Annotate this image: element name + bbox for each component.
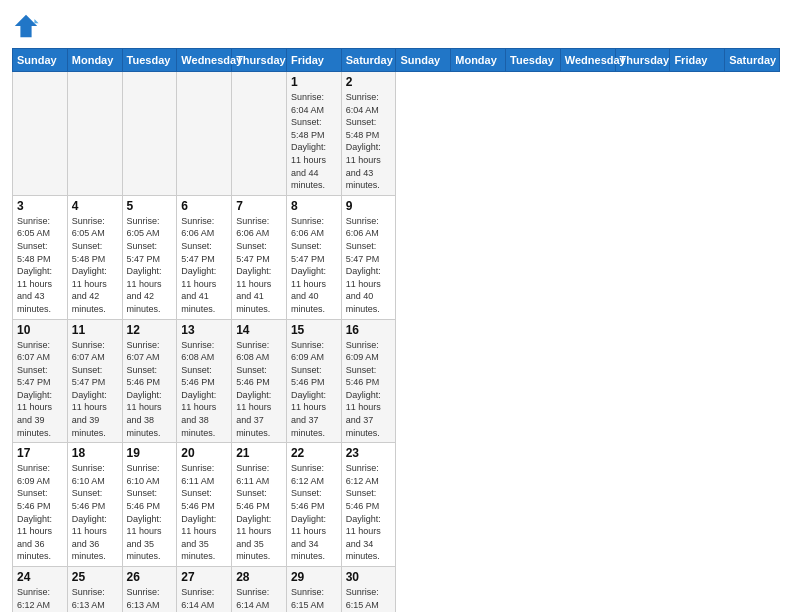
day-info: Sunrise: 6:04 AM Sunset: 5:48 PM Dayligh… xyxy=(291,91,337,192)
day-info: Sunrise: 6:09 AM Sunset: 5:46 PM Dayligh… xyxy=(346,339,392,440)
day-number: 22 xyxy=(291,446,337,460)
calendar-cell xyxy=(13,72,68,196)
day-info: Sunrise: 6:15 AM Sunset: 5:47 PM Dayligh… xyxy=(291,586,337,612)
day-info: Sunrise: 6:12 AM Sunset: 5:46 PM Dayligh… xyxy=(291,462,337,563)
day-info: Sunrise: 6:12 AM Sunset: 5:46 PM Dayligh… xyxy=(17,586,63,612)
calendar-cell: 19Sunrise: 6:10 AM Sunset: 5:46 PM Dayli… xyxy=(122,443,177,567)
day-info: Sunrise: 6:06 AM Sunset: 5:47 PM Dayligh… xyxy=(236,215,282,316)
calendar-cell xyxy=(122,72,177,196)
day-info: Sunrise: 6:05 AM Sunset: 5:47 PM Dayligh… xyxy=(127,215,173,316)
calendar-cell: 6Sunrise: 6:06 AM Sunset: 5:47 PM Daylig… xyxy=(177,195,232,319)
calendar-cell: 13Sunrise: 6:08 AM Sunset: 5:46 PM Dayli… xyxy=(177,319,232,443)
day-header-thursday: Thursday xyxy=(232,49,287,72)
calendar-cell: 29Sunrise: 6:15 AM Sunset: 5:47 PM Dayli… xyxy=(286,567,341,613)
calendar-week-3: 10Sunrise: 6:07 AM Sunset: 5:47 PM Dayli… xyxy=(13,319,780,443)
calendar-cell: 12Sunrise: 6:07 AM Sunset: 5:46 PM Dayli… xyxy=(122,319,177,443)
day-info: Sunrise: 6:09 AM Sunset: 5:46 PM Dayligh… xyxy=(17,462,63,563)
day-number: 30 xyxy=(346,570,392,584)
day-header-wednesday: Wednesday xyxy=(177,49,232,72)
calendar-cell: 25Sunrise: 6:13 AM Sunset: 5:47 PM Dayli… xyxy=(67,567,122,613)
logo xyxy=(12,12,44,40)
day-info: Sunrise: 6:07 AM Sunset: 5:47 PM Dayligh… xyxy=(72,339,118,440)
calendar-cell: 4Sunrise: 6:05 AM Sunset: 5:48 PM Daylig… xyxy=(67,195,122,319)
day-header-wednesday: Wednesday xyxy=(560,49,615,72)
day-header-tuesday: Tuesday xyxy=(506,49,561,72)
day-header-sunday: Sunday xyxy=(396,49,451,72)
day-header-friday: Friday xyxy=(670,49,725,72)
day-header-saturday: Saturday xyxy=(341,49,396,72)
day-info: Sunrise: 6:14 AM Sunset: 5:47 PM Dayligh… xyxy=(236,586,282,612)
day-header-friday: Friday xyxy=(286,49,341,72)
day-number: 23 xyxy=(346,446,392,460)
calendar-cell: 11Sunrise: 6:07 AM Sunset: 5:47 PM Dayli… xyxy=(67,319,122,443)
day-number: 16 xyxy=(346,323,392,337)
calendar-cell: 24Sunrise: 6:12 AM Sunset: 5:46 PM Dayli… xyxy=(13,567,68,613)
calendar-cell: 30Sunrise: 6:15 AM Sunset: 5:48 PM Dayli… xyxy=(341,567,396,613)
day-info: Sunrise: 6:11 AM Sunset: 5:46 PM Dayligh… xyxy=(236,462,282,563)
day-number: 13 xyxy=(181,323,227,337)
day-number: 4 xyxy=(72,199,118,213)
day-info: Sunrise: 6:15 AM Sunset: 5:48 PM Dayligh… xyxy=(346,586,392,612)
day-info: Sunrise: 6:04 AM Sunset: 5:48 PM Dayligh… xyxy=(346,91,392,192)
calendar-week-2: 3Sunrise: 6:05 AM Sunset: 5:48 PM Daylig… xyxy=(13,195,780,319)
calendar-cell: 7Sunrise: 6:06 AM Sunset: 5:47 PM Daylig… xyxy=(232,195,287,319)
day-number: 2 xyxy=(346,75,392,89)
calendar-cell: 17Sunrise: 6:09 AM Sunset: 5:46 PM Dayli… xyxy=(13,443,68,567)
day-header-sunday: Sunday xyxy=(13,49,68,72)
calendar-cell: 26Sunrise: 6:13 AM Sunset: 5:47 PM Dayli… xyxy=(122,567,177,613)
day-info: Sunrise: 6:06 AM Sunset: 5:47 PM Dayligh… xyxy=(291,215,337,316)
calendar-cell: 10Sunrise: 6:07 AM Sunset: 5:47 PM Dayli… xyxy=(13,319,68,443)
calendar-cell xyxy=(177,72,232,196)
day-info: Sunrise: 6:10 AM Sunset: 5:46 PM Dayligh… xyxy=(72,462,118,563)
day-info: Sunrise: 6:10 AM Sunset: 5:46 PM Dayligh… xyxy=(127,462,173,563)
day-info: Sunrise: 6:06 AM Sunset: 5:47 PM Dayligh… xyxy=(181,215,227,316)
calendar-cell: 5Sunrise: 6:05 AM Sunset: 5:47 PM Daylig… xyxy=(122,195,177,319)
day-info: Sunrise: 6:11 AM Sunset: 5:46 PM Dayligh… xyxy=(181,462,227,563)
day-number: 7 xyxy=(236,199,282,213)
day-number: 25 xyxy=(72,570,118,584)
day-info: Sunrise: 6:13 AM Sunset: 5:47 PM Dayligh… xyxy=(72,586,118,612)
day-info: Sunrise: 6:08 AM Sunset: 5:46 PM Dayligh… xyxy=(236,339,282,440)
day-number: 26 xyxy=(127,570,173,584)
page-header xyxy=(12,12,780,40)
calendar-cell xyxy=(232,72,287,196)
day-info: Sunrise: 6:13 AM Sunset: 5:47 PM Dayligh… xyxy=(127,586,173,612)
logo-icon xyxy=(12,12,40,40)
calendar-cell: 21Sunrise: 6:11 AM Sunset: 5:46 PM Dayli… xyxy=(232,443,287,567)
day-number: 24 xyxy=(17,570,63,584)
calendar-table: SundayMondayTuesdayWednesdayThursdayFrid… xyxy=(12,48,780,612)
day-info: Sunrise: 6:12 AM Sunset: 5:46 PM Dayligh… xyxy=(346,462,392,563)
day-number: 28 xyxy=(236,570,282,584)
calendar-cell: 18Sunrise: 6:10 AM Sunset: 5:46 PM Dayli… xyxy=(67,443,122,567)
day-number: 20 xyxy=(181,446,227,460)
day-info: Sunrise: 6:07 AM Sunset: 5:46 PM Dayligh… xyxy=(127,339,173,440)
calendar-cell: 27Sunrise: 6:14 AM Sunset: 5:47 PM Dayli… xyxy=(177,567,232,613)
day-number: 10 xyxy=(17,323,63,337)
day-number: 27 xyxy=(181,570,227,584)
day-number: 14 xyxy=(236,323,282,337)
day-info: Sunrise: 6:05 AM Sunset: 5:48 PM Dayligh… xyxy=(17,215,63,316)
calendar-cell: 9Sunrise: 6:06 AM Sunset: 5:47 PM Daylig… xyxy=(341,195,396,319)
calendar-header-row: SundayMondayTuesdayWednesdayThursdayFrid… xyxy=(13,49,780,72)
day-number: 12 xyxy=(127,323,173,337)
day-header-saturday: Saturday xyxy=(725,49,780,72)
calendar-cell: 22Sunrise: 6:12 AM Sunset: 5:46 PM Dayli… xyxy=(286,443,341,567)
calendar-cell: 14Sunrise: 6:08 AM Sunset: 5:46 PM Dayli… xyxy=(232,319,287,443)
calendar-week-4: 17Sunrise: 6:09 AM Sunset: 5:46 PM Dayli… xyxy=(13,443,780,567)
calendar-cell xyxy=(67,72,122,196)
calendar-cell: 8Sunrise: 6:06 AM Sunset: 5:47 PM Daylig… xyxy=(286,195,341,319)
calendar-cell: 3Sunrise: 6:05 AM Sunset: 5:48 PM Daylig… xyxy=(13,195,68,319)
day-number: 6 xyxy=(181,199,227,213)
svg-marker-0 xyxy=(15,15,37,37)
calendar-cell: 28Sunrise: 6:14 AM Sunset: 5:47 PM Dayli… xyxy=(232,567,287,613)
day-number: 1 xyxy=(291,75,337,89)
day-number: 11 xyxy=(72,323,118,337)
day-number: 8 xyxy=(291,199,337,213)
calendar-cell: 15Sunrise: 6:09 AM Sunset: 5:46 PM Dayli… xyxy=(286,319,341,443)
calendar-cell: 23Sunrise: 6:12 AM Sunset: 5:46 PM Dayli… xyxy=(341,443,396,567)
day-number: 29 xyxy=(291,570,337,584)
day-number: 19 xyxy=(127,446,173,460)
day-number: 18 xyxy=(72,446,118,460)
day-header-monday: Monday xyxy=(67,49,122,72)
day-header-tuesday: Tuesday xyxy=(122,49,177,72)
